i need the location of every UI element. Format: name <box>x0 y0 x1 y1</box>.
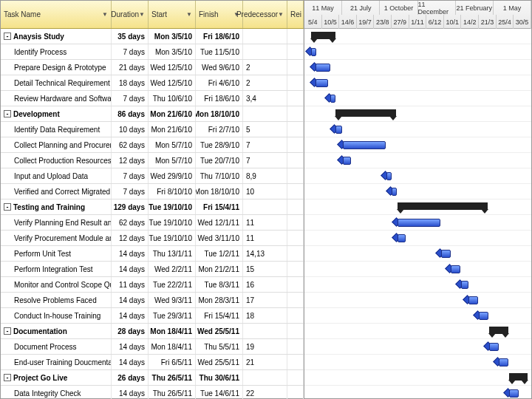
start-cell[interactable]: Mon 3/5/10 <box>149 44 196 59</box>
duration-cell[interactable]: 14 days <box>112 308 149 323</box>
duration-cell[interactable]: 129 days <box>112 200 149 214</box>
rei-cell[interactable] <box>287 184 304 199</box>
table-row[interactable]: Verify Planning End Result and Schedule6… <box>1 215 304 231</box>
finish-cell[interactable]: Wed 25/5/11 <box>196 324 243 338</box>
rei-cell[interactable] <box>287 91 304 106</box>
start-cell[interactable]: Mon 3/5/10 <box>149 29 196 44</box>
task-bar[interactable] <box>398 219 440 227</box>
finish-cell[interactable]: Wed 25/5/11 <box>196 355 243 369</box>
summary-bar[interactable] <box>509 373 528 381</box>
finish-cell[interactable]: Fri 15/4/11 <box>196 308 243 323</box>
task-bar[interactable] <box>316 64 330 72</box>
predecessor-cell[interactable]: 2 <box>243 60 287 75</box>
finish-cell[interactable]: Tue 11/5/10 <box>196 44 243 59</box>
task-name-cell[interactable]: Perform Unit Test <box>1 246 112 261</box>
task-name-cell[interactable]: -Project Go Live <box>1 370 112 385</box>
finish-cell[interactable]: Thu 30/6/11 <box>196 370 243 385</box>
task-name-cell[interactable]: Identify Process <box>1 44 112 59</box>
start-cell[interactable]: Mon 18/4/11 <box>149 324 196 338</box>
task-bar[interactable] <box>441 250 451 258</box>
predecessor-cell[interactable]: 3,4 <box>243 91 287 106</box>
predecessor-cell[interactable]: 18 <box>243 308 287 323</box>
finish-cell[interactable]: Fri 18/6/10 <box>196 91 243 106</box>
rei-cell[interactable] <box>287 122 304 137</box>
rei-cell[interactable] <box>287 277 304 292</box>
rei-cell[interactable] <box>287 293 304 307</box>
rei-cell[interactable] <box>287 29 304 44</box>
rei-cell[interactable] <box>287 215 304 230</box>
summary-bar[interactable] <box>489 327 508 334</box>
finish-cell[interactable]: Tue 28/9/10 <box>196 137 243 152</box>
table-row[interactable]: Verify Procurement Module and Cost End R… <box>1 231 304 246</box>
rei-cell[interactable] <box>287 324 304 338</box>
task-bar[interactable] <box>489 343 499 351</box>
task-name-cell[interactable]: Document Process <box>1 339 112 354</box>
duration-cell[interactable]: 14 days <box>112 386 149 399</box>
task-name-cell[interactable]: Resolve Problems Faced <box>1 293 112 307</box>
table-row[interactable]: Resolve Problems Faced14 daysWed 9/3/11M… <box>1 293 304 308</box>
start-cell[interactable]: Tue 22/2/11 <box>149 277 196 292</box>
table-row[interactable]: -Anaysis Study35 daysMon 3/5/10Fri 18/6/… <box>1 29 304 44</box>
finish-cell[interactable]: Wed 3/11/10 <box>196 231 243 245</box>
rei-cell[interactable] <box>287 386 304 399</box>
finish-cell[interactable]: Fri 4/6/10 <box>196 75 243 90</box>
predecessor-cell[interactable]: 7 <box>243 137 287 152</box>
rei-cell[interactable] <box>287 246 304 261</box>
task-name-cell[interactable]: Monitor and Control Scope Quality Time a… <box>1 277 112 292</box>
duration-cell[interactable]: 7 days <box>112 168 149 183</box>
duration-cell[interactable]: 21 days <box>112 60 149 75</box>
task-bar[interactable] <box>386 172 392 180</box>
task-bar[interactable] <box>343 157 351 165</box>
finish-cell[interactable]: Wed 9/6/10 <box>196 60 243 75</box>
table-row[interactable]: -Documentation28 daysMon 18/4/11Wed 25/5… <box>1 324 304 339</box>
table-row[interactable]: Perform Unit Test14 daysThu 13/1/11Tue 1… <box>1 246 304 262</box>
start-cell[interactable]: Wed 12/5/10 <box>149 60 196 75</box>
table-row[interactable]: Detail Technical Requirement18 daysWed 1… <box>1 75 304 91</box>
finish-cell[interactable]: Fri 2/7/10 <box>196 122 243 137</box>
task-bar[interactable] <box>335 126 342 134</box>
col-header-rei[interactable]: Rei <box>287 1 304 28</box>
table-row[interactable]: Verified and Correct Migrated Data7 days… <box>1 184 304 200</box>
table-row[interactable]: -Project Go Live26 daysThu 26/5/11Thu 30… <box>1 370 304 386</box>
predecessor-cell[interactable] <box>243 29 287 44</box>
finish-cell[interactable]: Mon 18/10/10 <box>196 184 243 199</box>
predecessor-cell[interactable]: 5 <box>243 122 287 137</box>
task-name-cell[interactable]: Prepare Design & Prototype <box>1 60 112 75</box>
rei-cell[interactable] <box>287 60 304 75</box>
start-cell[interactable]: Mon 5/7/10 <box>149 137 196 152</box>
predecessor-cell[interactable] <box>243 106 287 121</box>
task-bar[interactable] <box>468 296 478 304</box>
finish-cell[interactable]: Wed 12/1/11 <box>196 215 243 230</box>
finish-cell[interactable]: Fri 18/6/10 <box>196 29 243 44</box>
start-cell[interactable]: Tue 19/10/10 <box>149 215 196 230</box>
start-cell[interactable]: Wed 9/3/11 <box>149 293 196 307</box>
finish-cell[interactable]: Thu 5/5/11 <box>196 339 243 354</box>
predecessor-cell[interactable]: 22 <box>243 386 287 399</box>
task-name-cell[interactable]: Collect Planning and Procurement Data <box>1 137 112 152</box>
duration-cell[interactable]: 11 days <box>112 277 149 292</box>
rei-cell[interactable] <box>287 137 304 152</box>
finish-cell[interactable]: Tue 20/7/10 <box>196 153 243 168</box>
col-header-task[interactable]: Task Name▼ <box>1 1 112 28</box>
task-name-cell[interactable]: Verified and Correct Migrated Data <box>1 184 112 199</box>
task-name-cell[interactable]: -Testing and Training <box>1 200 112 214</box>
rei-cell[interactable] <box>287 44 304 59</box>
task-name-cell[interactable]: Verify Planning End Result and Schedule <box>1 215 112 230</box>
rei-cell[interactable] <box>287 262 304 276</box>
rei-cell[interactable] <box>287 231 304 245</box>
duration-cell[interactable]: 62 days <box>112 137 149 152</box>
table-row[interactable]: Identify Process7 daysMon 3/5/10Tue 11/5… <box>1 44 304 60</box>
predecessor-cell[interactable]: 15 <box>243 262 287 276</box>
duration-cell[interactable]: 14 days <box>112 293 149 307</box>
duration-cell[interactable]: 12 days <box>112 231 149 245</box>
predecessor-cell[interactable]: 2 <box>243 75 287 90</box>
predecessor-cell[interactable]: 7 <box>243 153 287 168</box>
predecessor-cell[interactable] <box>243 324 287 338</box>
collapse-toggle[interactable]: - <box>4 203 11 211</box>
task-bar[interactable] <box>343 141 386 149</box>
finish-cell[interactable]: Mon 21/2/11 <box>196 262 243 276</box>
predecessor-cell[interactable]: 8,9 <box>243 168 287 183</box>
table-row[interactable]: -Testing and Training129 daysTue 19/10/1… <box>1 200 304 215</box>
finish-cell[interactable]: Tue 1/2/11 <box>196 246 243 261</box>
start-cell[interactable]: Thu 10/6/10 <box>149 91 196 106</box>
